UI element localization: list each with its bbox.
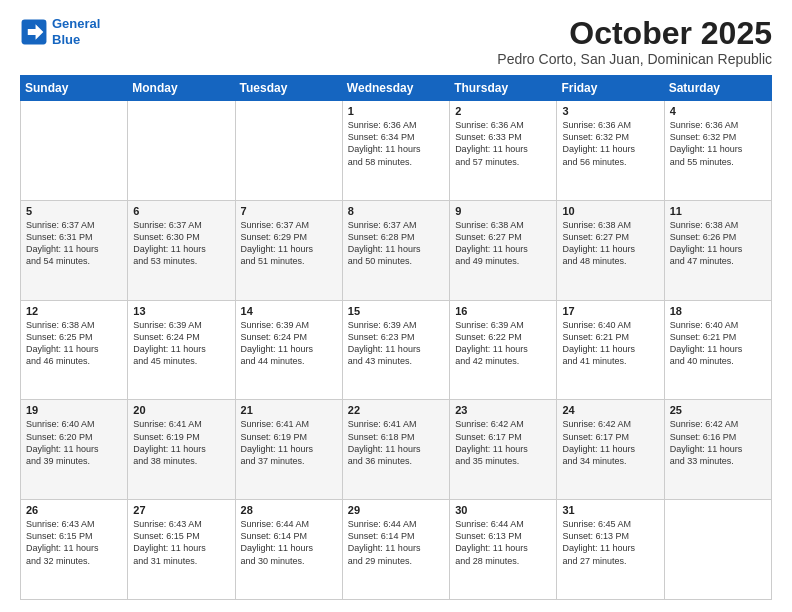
day-number: 24 [562, 404, 658, 416]
cell-info: Sunrise: 6:40 AMSunset: 6:21 PMDaylight:… [670, 319, 766, 368]
calendar-cell: 29Sunrise: 6:44 AMSunset: 6:14 PMDayligh… [342, 500, 449, 600]
calendar-week-row: 26Sunrise: 6:43 AMSunset: 6:15 PMDayligh… [21, 500, 772, 600]
day-number: 2 [455, 105, 551, 117]
weekday-header: Tuesday [235, 76, 342, 101]
page: General Blue October 2025 Pedro Corto, S… [0, 0, 792, 612]
cell-info: Sunrise: 6:42 AMSunset: 6:17 PMDaylight:… [562, 418, 658, 467]
cell-info: Sunrise: 6:38 AMSunset: 6:27 PMDaylight:… [562, 219, 658, 268]
cell-info: Sunrise: 6:41 AMSunset: 6:19 PMDaylight:… [133, 418, 229, 467]
cell-info: Sunrise: 6:41 AMSunset: 6:19 PMDaylight:… [241, 418, 337, 467]
cell-info: Sunrise: 6:37 AMSunset: 6:30 PMDaylight:… [133, 219, 229, 268]
logo-line2: Blue [52, 32, 80, 47]
calendar-cell: 31Sunrise: 6:45 AMSunset: 6:13 PMDayligh… [557, 500, 664, 600]
day-number: 31 [562, 504, 658, 516]
title-block: October 2025 Pedro Corto, San Juan, Domi… [497, 16, 772, 67]
logo-line1: General [52, 16, 100, 31]
day-number: 17 [562, 305, 658, 317]
day-number: 15 [348, 305, 444, 317]
logo-text: General Blue [52, 16, 100, 47]
calendar-cell: 6Sunrise: 6:37 AMSunset: 6:30 PMDaylight… [128, 200, 235, 300]
day-number: 11 [670, 205, 766, 217]
day-number: 25 [670, 404, 766, 416]
day-number: 1 [348, 105, 444, 117]
cell-info: Sunrise: 6:38 AMSunset: 6:26 PMDaylight:… [670, 219, 766, 268]
cell-info: Sunrise: 6:44 AMSunset: 6:14 PMDaylight:… [241, 518, 337, 567]
cell-info: Sunrise: 6:40 AMSunset: 6:20 PMDaylight:… [26, 418, 122, 467]
cell-info: Sunrise: 6:44 AMSunset: 6:13 PMDaylight:… [455, 518, 551, 567]
calendar-cell: 5Sunrise: 6:37 AMSunset: 6:31 PMDaylight… [21, 200, 128, 300]
cell-info: Sunrise: 6:36 AMSunset: 6:34 PMDaylight:… [348, 119, 444, 168]
day-number: 20 [133, 404, 229, 416]
month-title: October 2025 [497, 16, 772, 51]
day-number: 22 [348, 404, 444, 416]
cell-info: Sunrise: 6:43 AMSunset: 6:15 PMDaylight:… [26, 518, 122, 567]
calendar-cell: 11Sunrise: 6:38 AMSunset: 6:26 PMDayligh… [664, 200, 771, 300]
calendar-cell: 3Sunrise: 6:36 AMSunset: 6:32 PMDaylight… [557, 101, 664, 201]
cell-info: Sunrise: 6:39 AMSunset: 6:22 PMDaylight:… [455, 319, 551, 368]
day-number: 6 [133, 205, 229, 217]
day-number: 30 [455, 504, 551, 516]
calendar-cell: 20Sunrise: 6:41 AMSunset: 6:19 PMDayligh… [128, 400, 235, 500]
cell-info: Sunrise: 6:39 AMSunset: 6:24 PMDaylight:… [241, 319, 337, 368]
calendar-cell: 9Sunrise: 6:38 AMSunset: 6:27 PMDaylight… [450, 200, 557, 300]
logo-icon [20, 18, 48, 46]
day-number: 14 [241, 305, 337, 317]
calendar-cell: 8Sunrise: 6:37 AMSunset: 6:28 PMDaylight… [342, 200, 449, 300]
calendar-cell: 2Sunrise: 6:36 AMSunset: 6:33 PMDaylight… [450, 101, 557, 201]
cell-info: Sunrise: 6:39 AMSunset: 6:24 PMDaylight:… [133, 319, 229, 368]
location: Pedro Corto, San Juan, Dominican Republi… [497, 51, 772, 67]
weekday-header: Wednesday [342, 76, 449, 101]
day-number: 10 [562, 205, 658, 217]
day-number: 8 [348, 205, 444, 217]
cell-info: Sunrise: 6:38 AMSunset: 6:27 PMDaylight:… [455, 219, 551, 268]
calendar-cell: 15Sunrise: 6:39 AMSunset: 6:23 PMDayligh… [342, 300, 449, 400]
calendar-week-row: 1Sunrise: 6:36 AMSunset: 6:34 PMDaylight… [21, 101, 772, 201]
calendar-cell [235, 101, 342, 201]
calendar-cell: 13Sunrise: 6:39 AMSunset: 6:24 PMDayligh… [128, 300, 235, 400]
day-number: 5 [26, 205, 122, 217]
calendar-cell: 26Sunrise: 6:43 AMSunset: 6:15 PMDayligh… [21, 500, 128, 600]
cell-info: Sunrise: 6:38 AMSunset: 6:25 PMDaylight:… [26, 319, 122, 368]
day-number: 13 [133, 305, 229, 317]
calendar-cell: 4Sunrise: 6:36 AMSunset: 6:32 PMDaylight… [664, 101, 771, 201]
calendar-cell [21, 101, 128, 201]
calendar-week-row: 19Sunrise: 6:40 AMSunset: 6:20 PMDayligh… [21, 400, 772, 500]
cell-info: Sunrise: 6:36 AMSunset: 6:33 PMDaylight:… [455, 119, 551, 168]
cell-info: Sunrise: 6:42 AMSunset: 6:17 PMDaylight:… [455, 418, 551, 467]
cell-info: Sunrise: 6:42 AMSunset: 6:16 PMDaylight:… [670, 418, 766, 467]
day-number: 28 [241, 504, 337, 516]
day-number: 7 [241, 205, 337, 217]
weekday-header: Saturday [664, 76, 771, 101]
cell-info: Sunrise: 6:36 AMSunset: 6:32 PMDaylight:… [670, 119, 766, 168]
calendar-body: 1Sunrise: 6:36 AMSunset: 6:34 PMDaylight… [21, 101, 772, 600]
cell-info: Sunrise: 6:36 AMSunset: 6:32 PMDaylight:… [562, 119, 658, 168]
calendar-week-row: 12Sunrise: 6:38 AMSunset: 6:25 PMDayligh… [21, 300, 772, 400]
calendar-cell: 25Sunrise: 6:42 AMSunset: 6:16 PMDayligh… [664, 400, 771, 500]
calendar-cell: 28Sunrise: 6:44 AMSunset: 6:14 PMDayligh… [235, 500, 342, 600]
day-number: 26 [26, 504, 122, 516]
calendar-header: SundayMondayTuesdayWednesdayThursdayFrid… [21, 76, 772, 101]
calendar-cell [664, 500, 771, 600]
day-number: 21 [241, 404, 337, 416]
calendar-cell: 30Sunrise: 6:44 AMSunset: 6:13 PMDayligh… [450, 500, 557, 600]
calendar-cell: 1Sunrise: 6:36 AMSunset: 6:34 PMDaylight… [342, 101, 449, 201]
calendar-table: SundayMondayTuesdayWednesdayThursdayFrid… [20, 75, 772, 600]
calendar-cell: 10Sunrise: 6:38 AMSunset: 6:27 PMDayligh… [557, 200, 664, 300]
day-number: 27 [133, 504, 229, 516]
calendar-cell: 22Sunrise: 6:41 AMSunset: 6:18 PMDayligh… [342, 400, 449, 500]
calendar-week-row: 5Sunrise: 6:37 AMSunset: 6:31 PMDaylight… [21, 200, 772, 300]
calendar-cell: 7Sunrise: 6:37 AMSunset: 6:29 PMDaylight… [235, 200, 342, 300]
day-number: 18 [670, 305, 766, 317]
day-number: 23 [455, 404, 551, 416]
calendar-cell: 19Sunrise: 6:40 AMSunset: 6:20 PMDayligh… [21, 400, 128, 500]
calendar-cell: 21Sunrise: 6:41 AMSunset: 6:19 PMDayligh… [235, 400, 342, 500]
cell-info: Sunrise: 6:37 AMSunset: 6:29 PMDaylight:… [241, 219, 337, 268]
calendar-cell: 16Sunrise: 6:39 AMSunset: 6:22 PMDayligh… [450, 300, 557, 400]
weekday-header: Sunday [21, 76, 128, 101]
calendar-cell: 14Sunrise: 6:39 AMSunset: 6:24 PMDayligh… [235, 300, 342, 400]
cell-info: Sunrise: 6:40 AMSunset: 6:21 PMDaylight:… [562, 319, 658, 368]
weekday-header: Friday [557, 76, 664, 101]
cell-info: Sunrise: 6:37 AMSunset: 6:31 PMDaylight:… [26, 219, 122, 268]
calendar-cell: 24Sunrise: 6:42 AMSunset: 6:17 PMDayligh… [557, 400, 664, 500]
day-number: 19 [26, 404, 122, 416]
